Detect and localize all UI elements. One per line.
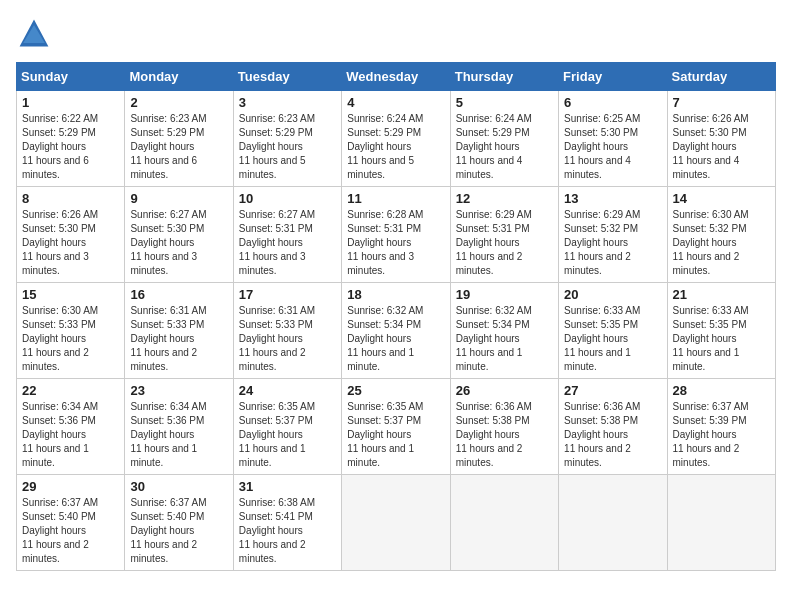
calendar-cell: 26Sunrise: 6:36 AMSunset: 5:38 PMDayligh… xyxy=(450,379,558,475)
day-number: 8 xyxy=(22,191,119,206)
cell-info: Sunrise: 6:24 AMSunset: 5:29 PMDaylight … xyxy=(456,112,553,182)
week-row-1: 1Sunrise: 6:22 AMSunset: 5:29 PMDaylight… xyxy=(17,91,776,187)
calendar-cell: 24Sunrise: 6:35 AMSunset: 5:37 PMDayligh… xyxy=(233,379,341,475)
week-row-3: 15Sunrise: 6:30 AMSunset: 5:33 PMDayligh… xyxy=(17,283,776,379)
cell-info: Sunrise: 6:28 AMSunset: 5:31 PMDaylight … xyxy=(347,208,444,278)
day-number: 13 xyxy=(564,191,661,206)
cell-info: Sunrise: 6:23 AMSunset: 5:29 PMDaylight … xyxy=(239,112,336,182)
cell-info: Sunrise: 6:31 AMSunset: 5:33 PMDaylight … xyxy=(239,304,336,374)
day-number: 6 xyxy=(564,95,661,110)
cell-info: Sunrise: 6:32 AMSunset: 5:34 PMDaylight … xyxy=(347,304,444,374)
cell-info: Sunrise: 6:30 AMSunset: 5:33 PMDaylight … xyxy=(22,304,119,374)
column-header-monday: Monday xyxy=(125,63,233,91)
calendar-cell: 23Sunrise: 6:34 AMSunset: 5:36 PMDayligh… xyxy=(125,379,233,475)
day-number: 28 xyxy=(673,383,770,398)
day-number: 27 xyxy=(564,383,661,398)
day-number: 18 xyxy=(347,287,444,302)
cell-info: Sunrise: 6:35 AMSunset: 5:37 PMDaylight … xyxy=(347,400,444,470)
day-number: 19 xyxy=(456,287,553,302)
calendar-cell: 31Sunrise: 6:38 AMSunset: 5:41 PMDayligh… xyxy=(233,475,341,571)
calendar-cell xyxy=(559,475,667,571)
calendar-cell: 21Sunrise: 6:33 AMSunset: 5:35 PMDayligh… xyxy=(667,283,775,379)
day-number: 23 xyxy=(130,383,227,398)
calendar-cell xyxy=(450,475,558,571)
calendar-cell: 6Sunrise: 6:25 AMSunset: 5:30 PMDaylight… xyxy=(559,91,667,187)
calendar-cell: 16Sunrise: 6:31 AMSunset: 5:33 PMDayligh… xyxy=(125,283,233,379)
cell-info: Sunrise: 6:29 AMSunset: 5:32 PMDaylight … xyxy=(564,208,661,278)
cell-info: Sunrise: 6:26 AMSunset: 5:30 PMDaylight … xyxy=(22,208,119,278)
calendar-cell: 15Sunrise: 6:30 AMSunset: 5:33 PMDayligh… xyxy=(17,283,125,379)
cell-info: Sunrise: 6:29 AMSunset: 5:31 PMDaylight … xyxy=(456,208,553,278)
column-header-sunday: Sunday xyxy=(17,63,125,91)
calendar-cell: 4Sunrise: 6:24 AMSunset: 5:29 PMDaylight… xyxy=(342,91,450,187)
day-number: 15 xyxy=(22,287,119,302)
calendar-cell: 8Sunrise: 6:26 AMSunset: 5:30 PMDaylight… xyxy=(17,187,125,283)
calendar-cell: 10Sunrise: 6:27 AMSunset: 5:31 PMDayligh… xyxy=(233,187,341,283)
calendar-cell: 20Sunrise: 6:33 AMSunset: 5:35 PMDayligh… xyxy=(559,283,667,379)
column-header-friday: Friday xyxy=(559,63,667,91)
calendar-cell: 29Sunrise: 6:37 AMSunset: 5:40 PMDayligh… xyxy=(17,475,125,571)
cell-info: Sunrise: 6:23 AMSunset: 5:29 PMDaylight … xyxy=(130,112,227,182)
day-number: 1 xyxy=(22,95,119,110)
cell-info: Sunrise: 6:25 AMSunset: 5:30 PMDaylight … xyxy=(564,112,661,182)
week-row-2: 8Sunrise: 6:26 AMSunset: 5:30 PMDaylight… xyxy=(17,187,776,283)
calendar-cell: 19Sunrise: 6:32 AMSunset: 5:34 PMDayligh… xyxy=(450,283,558,379)
calendar-cell xyxy=(667,475,775,571)
cell-info: Sunrise: 6:27 AMSunset: 5:30 PMDaylight … xyxy=(130,208,227,278)
calendar-cell: 12Sunrise: 6:29 AMSunset: 5:31 PMDayligh… xyxy=(450,187,558,283)
day-number: 14 xyxy=(673,191,770,206)
cell-info: Sunrise: 6:31 AMSunset: 5:33 PMDaylight … xyxy=(130,304,227,374)
calendar-cell: 7Sunrise: 6:26 AMSunset: 5:30 PMDaylight… xyxy=(667,91,775,187)
column-header-saturday: Saturday xyxy=(667,63,775,91)
header-row: SundayMondayTuesdayWednesdayThursdayFrid… xyxy=(17,63,776,91)
cell-info: Sunrise: 6:37 AMSunset: 5:40 PMDaylight … xyxy=(22,496,119,566)
calendar-cell: 18Sunrise: 6:32 AMSunset: 5:34 PMDayligh… xyxy=(342,283,450,379)
day-number: 11 xyxy=(347,191,444,206)
cell-info: Sunrise: 6:33 AMSunset: 5:35 PMDaylight … xyxy=(564,304,661,374)
week-row-5: 29Sunrise: 6:37 AMSunset: 5:40 PMDayligh… xyxy=(17,475,776,571)
day-number: 20 xyxy=(564,287,661,302)
day-number: 4 xyxy=(347,95,444,110)
column-header-thursday: Thursday xyxy=(450,63,558,91)
cell-info: Sunrise: 6:34 AMSunset: 5:36 PMDaylight … xyxy=(130,400,227,470)
calendar-cell: 28Sunrise: 6:37 AMSunset: 5:39 PMDayligh… xyxy=(667,379,775,475)
day-number: 30 xyxy=(130,479,227,494)
cell-info: Sunrise: 6:38 AMSunset: 5:41 PMDaylight … xyxy=(239,496,336,566)
day-number: 22 xyxy=(22,383,119,398)
calendar-cell: 1Sunrise: 6:22 AMSunset: 5:29 PMDaylight… xyxy=(17,91,125,187)
cell-info: Sunrise: 6:22 AMSunset: 5:29 PMDaylight … xyxy=(22,112,119,182)
day-number: 2 xyxy=(130,95,227,110)
cell-info: Sunrise: 6:35 AMSunset: 5:37 PMDaylight … xyxy=(239,400,336,470)
day-number: 25 xyxy=(347,383,444,398)
calendar-table: SundayMondayTuesdayWednesdayThursdayFrid… xyxy=(16,62,776,571)
calendar-cell: 17Sunrise: 6:31 AMSunset: 5:33 PMDayligh… xyxy=(233,283,341,379)
calendar-cell: 22Sunrise: 6:34 AMSunset: 5:36 PMDayligh… xyxy=(17,379,125,475)
day-number: 31 xyxy=(239,479,336,494)
day-number: 26 xyxy=(456,383,553,398)
calendar-cell: 13Sunrise: 6:29 AMSunset: 5:32 PMDayligh… xyxy=(559,187,667,283)
cell-info: Sunrise: 6:36 AMSunset: 5:38 PMDaylight … xyxy=(564,400,661,470)
calendar-cell: 27Sunrise: 6:36 AMSunset: 5:38 PMDayligh… xyxy=(559,379,667,475)
day-number: 10 xyxy=(239,191,336,206)
calendar-cell: 11Sunrise: 6:28 AMSunset: 5:31 PMDayligh… xyxy=(342,187,450,283)
cell-info: Sunrise: 6:34 AMSunset: 5:36 PMDaylight … xyxy=(22,400,119,470)
calendar-cell: 9Sunrise: 6:27 AMSunset: 5:30 PMDaylight… xyxy=(125,187,233,283)
column-header-tuesday: Tuesday xyxy=(233,63,341,91)
calendar-cell: 30Sunrise: 6:37 AMSunset: 5:40 PMDayligh… xyxy=(125,475,233,571)
cell-info: Sunrise: 6:37 AMSunset: 5:39 PMDaylight … xyxy=(673,400,770,470)
calendar-cell xyxy=(342,475,450,571)
day-number: 21 xyxy=(673,287,770,302)
cell-info: Sunrise: 6:33 AMSunset: 5:35 PMDaylight … xyxy=(673,304,770,374)
cell-info: Sunrise: 6:30 AMSunset: 5:32 PMDaylight … xyxy=(673,208,770,278)
calendar-cell: 3Sunrise: 6:23 AMSunset: 5:29 PMDaylight… xyxy=(233,91,341,187)
day-number: 29 xyxy=(22,479,119,494)
cell-info: Sunrise: 6:26 AMSunset: 5:30 PMDaylight … xyxy=(673,112,770,182)
cell-info: Sunrise: 6:36 AMSunset: 5:38 PMDaylight … xyxy=(456,400,553,470)
day-number: 12 xyxy=(456,191,553,206)
day-number: 16 xyxy=(130,287,227,302)
calendar-cell: 2Sunrise: 6:23 AMSunset: 5:29 PMDaylight… xyxy=(125,91,233,187)
day-number: 9 xyxy=(130,191,227,206)
week-row-4: 22Sunrise: 6:34 AMSunset: 5:36 PMDayligh… xyxy=(17,379,776,475)
day-number: 7 xyxy=(673,95,770,110)
calendar-cell: 14Sunrise: 6:30 AMSunset: 5:32 PMDayligh… xyxy=(667,187,775,283)
